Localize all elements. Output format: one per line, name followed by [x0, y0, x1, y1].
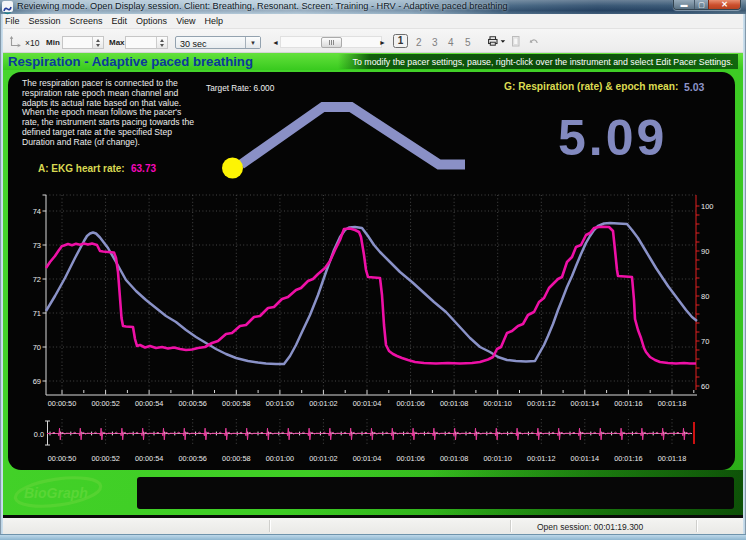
svg-text:100: 100 [701, 202, 714, 211]
svg-text:BioGraph: BioGraph [24, 485, 88, 501]
svg-text:00:01:04: 00:01:04 [353, 454, 381, 463]
svg-text:80: 80 [701, 292, 709, 301]
svg-text:00:00:52: 00:00:52 [91, 454, 119, 463]
svg-text:00:01:10: 00:01:10 [483, 399, 511, 408]
svg-text:00:01:16: 00:01:16 [614, 399, 642, 408]
svg-text:00:00:54: 00:00:54 [135, 454, 163, 463]
svg-text:00:01:08: 00:01:08 [440, 399, 468, 408]
svg-text:90: 90 [701, 247, 709, 256]
svg-text:00:01:00: 00:01:00 [266, 399, 294, 408]
svg-text:00:01:18: 00:01:18 [658, 399, 686, 408]
svg-text:00:01:12: 00:01:12 [527, 399, 555, 408]
svg-text:00:00:54: 00:00:54 [135, 399, 163, 408]
svg-text:00:01:02: 00:01:02 [309, 454, 337, 463]
svg-text:00:01:18: 00:01:18 [658, 454, 686, 463]
svg-text:00:01:00: 00:01:00 [266, 454, 294, 463]
svg-text:71: 71 [33, 309, 41, 318]
svg-text:00:01:12: 00:01:12 [527, 454, 555, 463]
svg-text:00:01:10: 00:01:10 [483, 454, 511, 463]
svg-text:00:00:50: 00:00:50 [48, 454, 76, 463]
svg-text:00:01:08: 00:01:08 [440, 454, 468, 463]
svg-text:73: 73 [33, 241, 41, 250]
svg-text:00:00:50: 00:00:50 [48, 399, 76, 408]
svg-text:00:00:52: 00:00:52 [91, 399, 119, 408]
svg-text:00:01:14: 00:01:14 [571, 454, 599, 463]
svg-text:70: 70 [701, 337, 709, 346]
svg-text:00:01:16: 00:01:16 [614, 454, 642, 463]
svg-text:74: 74 [33, 207, 41, 216]
svg-text:00:00:58: 00:00:58 [222, 399, 250, 408]
svg-text:00:01:14: 00:01:14 [571, 399, 599, 408]
svg-text:00:01:04: 00:01:04 [353, 399, 381, 408]
svg-text:00:01:02: 00:01:02 [309, 399, 337, 408]
svg-text:00:01:06: 00:01:06 [396, 454, 424, 463]
svg-text:00:00:58: 00:00:58 [222, 454, 250, 463]
svg-text:00:01:06: 00:01:06 [396, 399, 424, 408]
svg-text:70: 70 [33, 343, 41, 352]
svg-text:0.0: 0.0 [34, 430, 44, 439]
svg-text:60: 60 [701, 382, 709, 391]
svg-text:00:00:56: 00:00:56 [178, 399, 206, 408]
svg-text:69: 69 [33, 377, 41, 386]
svg-text:00:00:56: 00:00:56 [178, 454, 206, 463]
svg-text:72: 72 [33, 275, 41, 284]
